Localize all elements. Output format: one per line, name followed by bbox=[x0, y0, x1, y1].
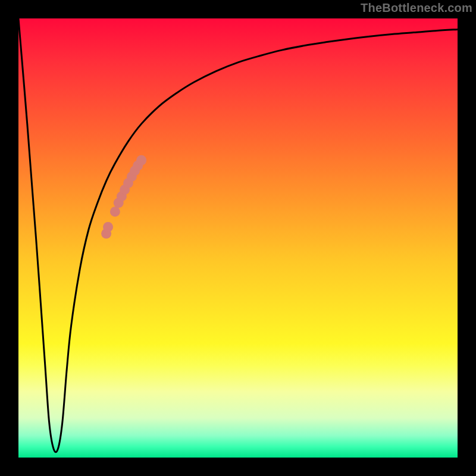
highlight-dots bbox=[101, 155, 146, 239]
curve-layer bbox=[18, 18, 458, 458]
plot-area bbox=[18, 18, 458, 458]
highlight-dot bbox=[110, 206, 120, 217]
bottleneck-curve bbox=[18, 18, 458, 452]
highlight-dot bbox=[136, 155, 146, 165]
chart-stage: TheBottleneck.com bbox=[0, 0, 476, 476]
highlight-dot bbox=[103, 222, 113, 232]
watermark-text: TheBottleneck.com bbox=[361, 1, 472, 15]
